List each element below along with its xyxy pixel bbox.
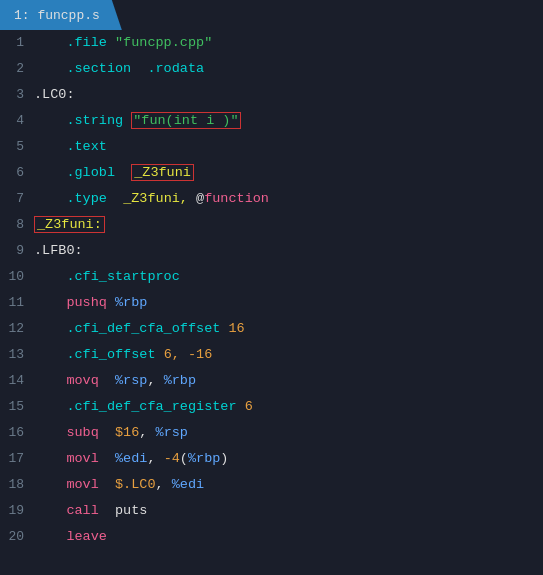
code-line-19: 19 call puts [0, 498, 543, 524]
line-content-18: movl $.LC0, %edi [34, 472, 537, 498]
code-line-15: 15 .cfi_def_cfa_register 6 [0, 394, 543, 420]
tab-label: 1: funcpp.s [14, 8, 100, 23]
line-content-15: .cfi_def_cfa_register 6 [34, 394, 537, 420]
code-line-9: 9 .LFB0: [0, 238, 543, 264]
line-content-1: .file "funcpp.cpp" [34, 30, 537, 56]
code-line-4: 4 .string "fun(int i )" [0, 108, 543, 134]
line-num-13: 13 [6, 342, 34, 368]
line-num-19: 19 [6, 498, 34, 524]
line-content-9: .LFB0: [34, 238, 537, 264]
line-content-7: .type _Z3funi, @function [34, 186, 537, 212]
code-line-16: 16 subq $16, %rsp [0, 420, 543, 446]
code-line-1: 1 .file "funcpp.cpp" [0, 30, 543, 56]
code-line-10: 10 .cfi_startproc [0, 264, 543, 290]
line-content-8: _Z3funi: [34, 212, 537, 238]
line-content-11: pushq %rbp [34, 290, 537, 316]
line-content-12: .cfi_def_cfa_offset 16 [34, 316, 537, 342]
line-num-8: 8 [6, 212, 34, 238]
line-content-13: .cfi_offset 6, -16 [34, 342, 537, 368]
line-content-19: call puts [34, 498, 537, 524]
code-line-11: 11 pushq %rbp [0, 290, 543, 316]
code-line-5: 5 .text [0, 134, 543, 160]
code-line-3: 3 .LC0: [0, 82, 543, 108]
line-content-17: movl %edi, -4(%rbp) [34, 446, 537, 472]
line-num-7: 7 [6, 186, 34, 212]
code-area: 1 .file "funcpp.cpp" 2 .section .rodata … [0, 30, 543, 550]
tab-bar: 1: funcpp.s [0, 0, 543, 30]
line-num-5: 5 [6, 134, 34, 160]
code-line-2: 2 .section .rodata [0, 56, 543, 82]
line-num-11: 11 [6, 290, 34, 316]
code-line-20: 20 leave [0, 524, 543, 550]
line-content-20: leave [34, 524, 537, 550]
code-line-7: 7 .type _Z3funi, @function [0, 186, 543, 212]
line-num-2: 2 [6, 56, 34, 82]
line-num-4: 4 [6, 108, 34, 134]
code-line-18: 18 movl $.LC0, %edi [0, 472, 543, 498]
line-content-6: .globl _Z3funi [34, 160, 537, 186]
code-line-6: 6 .globl _Z3funi [0, 160, 543, 186]
line-num-9: 9 [6, 238, 34, 264]
line-num-1: 1 [6, 30, 34, 56]
line-num-12: 12 [6, 316, 34, 342]
line-num-18: 18 [6, 472, 34, 498]
line-content-2: .section .rodata [34, 56, 537, 82]
code-line-13: 13 .cfi_offset 6, -16 [0, 342, 543, 368]
line-num-3: 3 [6, 82, 34, 108]
code-line-14: 14 movq %rsp, %rbp [0, 368, 543, 394]
line-num-17: 17 [6, 446, 34, 472]
line-num-14: 14 [6, 368, 34, 394]
line-content-3: .LC0: [34, 82, 537, 108]
line-num-20: 20 [6, 524, 34, 550]
line-num-6: 6 [6, 160, 34, 186]
line-content-10: .cfi_startproc [34, 264, 537, 290]
tab-funcpp[interactable]: 1: funcpp.s [0, 0, 122, 30]
line-content-4: .string "fun(int i )" [34, 108, 537, 134]
code-line-8: 8 _Z3funi: [0, 212, 543, 238]
line-content-14: movq %rsp, %rbp [34, 368, 537, 394]
line-num-16: 16 [6, 420, 34, 446]
line-num-10: 10 [6, 264, 34, 290]
line-content-16: subq $16, %rsp [34, 420, 537, 446]
code-line-17: 17 movl %edi, -4(%rbp) [0, 446, 543, 472]
line-content-5: .text [34, 134, 537, 160]
code-line-12: 12 .cfi_def_cfa_offset 16 [0, 316, 543, 342]
line-num-15: 15 [6, 394, 34, 420]
